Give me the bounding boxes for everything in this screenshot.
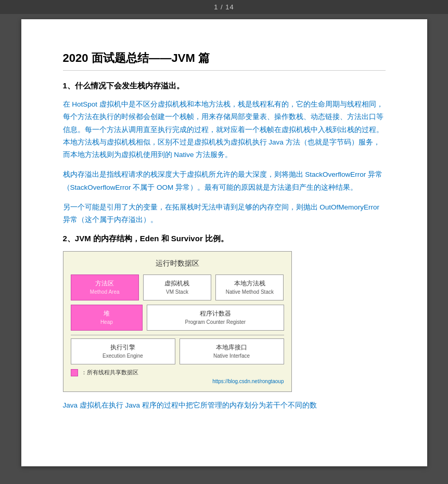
legend-color-box (71, 369, 78, 376)
box-sub-native-stack: Native Method Stack (226, 288, 274, 296)
box-sub-counter: Program Counter Register (185, 318, 246, 326)
diagram-box-exec-engine: 执行引擎 Execution Engine (71, 338, 175, 364)
diagram-box-method-area: 方法区 Method Area (71, 274, 139, 300)
diagram-box-counter: 程序计数器 Program Counter Register (147, 305, 284, 331)
box-sub-vm-stack: VM Stack (166, 288, 188, 296)
page-indicator: 1 / 14 (214, 3, 234, 11)
diagram-legend: ：所有线程共享数据区 (71, 369, 284, 376)
jvm-diagram: 运行时数据区 方法区 Method Area 虚拟机栈 VM Stack 本地方… (63, 251, 292, 393)
last-paragraph: Java 虚拟机在执行 Java 程序的过程中把它所管理的内存划分为若干个不同的… (63, 399, 386, 412)
diagram-divider (71, 335, 284, 335)
diagram-watermark: https://blog.csdn.net/rongtaoup (71, 378, 284, 384)
diagram-box-native-stack: 本地方法栈 Native Method Stack (215, 274, 284, 300)
box-label-native-stack: 本地方法栈 (234, 279, 265, 288)
box-label-counter: 程序计数器 (200, 309, 231, 318)
section1-heading: 1、什么情况下会发生栈内存溢出。 (63, 81, 386, 91)
section1-paragraph-1: 在 HotSpot 虚拟机中是不区分虚拟机栈和本地方法栈，栈是线程私有的，它的生… (63, 98, 386, 161)
document-page: 2020 面试题总结——JVM 篇 1、什么情况下会发生栈内存溢出。 在 Hot… (21, 19, 427, 466)
box-sub-heap: Heap (100, 318, 113, 326)
box-sub-method-area: Method Area (90, 288, 120, 296)
page-indicator-bar: 1 / 14 (0, 0, 448, 14)
box-label-vm-stack: 虚拟机栈 (164, 279, 189, 288)
diagram-box-heap: 堆 Heap (71, 305, 143, 331)
diagram-row-2: 堆 Heap 程序计数器 Program Counter Register (71, 305, 284, 331)
box-sub-native-interface: Native Interface (213, 352, 250, 360)
box-label-method-area: 方法区 (95, 279, 114, 288)
section2-heading: 2、JVM 的内存结构，Eden 和 Survivor 比例。 (63, 234, 386, 244)
legend-text: ：所有线程共享数据区 (81, 369, 138, 376)
box-label-exec-engine: 执行引擎 (110, 343, 135, 352)
box-label-native-interface: 本地库接口 (216, 343, 247, 352)
section1-paragraph-3: 另一个可能是引用了大的变量，在拓展栈时无法申请到足够的内存空间，则抛出 OutO… (63, 201, 386, 227)
document-title: 2020 面试题总结——JVM 篇 (63, 50, 386, 71)
diagram-title: 运行时数据区 (71, 259, 284, 268)
section1-paragraph-2: 栈内存溢出是指线程请求的栈深度大于虚拟机所允许的最大深度，则将抛出 StackO… (63, 168, 386, 194)
diagram-box-vm-stack: 虚拟机栈 VM Stack (143, 274, 211, 300)
diagram-row-3: 执行引擎 Execution Engine 本地库接口 Native Inter… (71, 338, 284, 364)
box-sub-exec-engine: Execution Engine (103, 352, 143, 360)
box-label-heap: 堆 (104, 309, 110, 318)
diagram-row-1: 方法区 Method Area 虚拟机栈 VM Stack 本地方法栈 Nati… (71, 274, 284, 300)
diagram-box-native-interface: 本地库接口 Native Interface (180, 338, 284, 364)
